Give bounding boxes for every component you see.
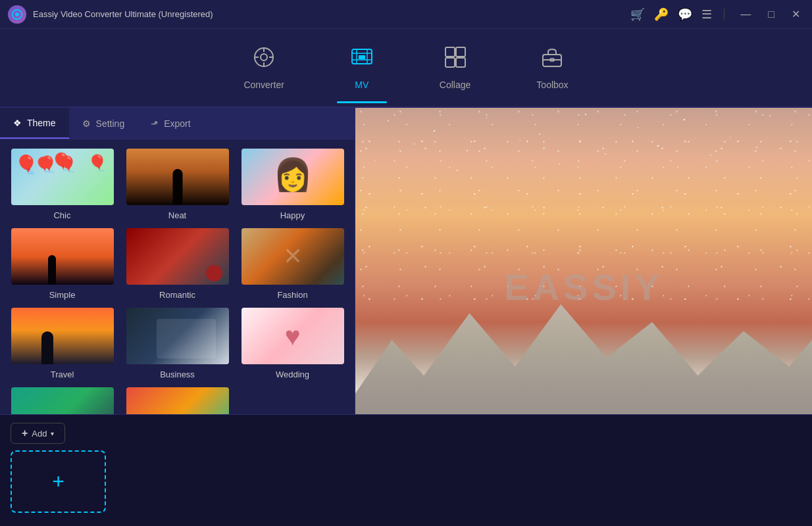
feedback-icon[interactable]: 💬: [678, 7, 692, 22]
nav-item-collage[interactable]: Collage: [426, 40, 484, 95]
bottom-area: + Add ▾ +: [0, 414, 812, 526]
svg-point-34: [457, 170, 458, 171]
close-button[interactable]: ✕: [788, 7, 804, 22]
titlebar: Eassiy Video Converter Ultimate (Unregis…: [0, 0, 812, 29]
tab-export[interactable]: ⬏ Export: [138, 108, 203, 139]
svg-point-26: [414, 143, 415, 145]
titlebar-separator: [724, 9, 724, 20]
theme-label-happy: Happy: [280, 210, 305, 220]
theme-label-travel: Travel: [51, 370, 74, 379]
svg-point-17: [388, 120, 389, 122]
svg-point-23: [684, 119, 685, 120]
theme-item-happy[interactable]: 👩 Happy: [238, 147, 347, 220]
svg-point-36: [677, 166, 678, 168]
theme-tab-icon: ❖: [13, 118, 22, 128]
svg-rect-10: [445, 47, 455, 57]
restore-button[interactable]: □: [764, 7, 778, 22]
svg-point-31: [710, 155, 711, 156]
theme-tab-label: Theme: [27, 118, 56, 128]
titlebar-title: Eassiy Video Converter Ultimate (Unregis…: [33, 9, 630, 19]
theme-item-simple[interactable]: Simple: [8, 227, 116, 300]
svg-point-33: [374, 160, 376, 161]
svg-point-25: [769, 115, 771, 116]
navbar: Converter MV Collage: [0, 29, 812, 108]
nav-item-converter[interactable]: Converter: [230, 40, 297, 95]
svg-point-1: [15, 12, 18, 16]
theme-item-wedding[interactable]: ♥ Wedding: [238, 306, 347, 379]
svg-point-24: [730, 137, 731, 138]
menu-icon[interactable]: ☰: [701, 7, 712, 22]
tab-theme[interactable]: ❖ Theme: [0, 108, 69, 139]
theme-label-wedding: Wedding: [276, 370, 309, 379]
titlebar-controls: 🛒 🔑 💬 ☰ — □ ✕: [630, 7, 804, 22]
add-label: Add: [32, 429, 47, 439]
video-preview: EASSIY: [355, 108, 812, 465]
placeholder-plus-icon: +: [52, 469, 64, 494]
theme-label-chic: Chic: [53, 210, 70, 220]
svg-rect-9: [359, 55, 365, 59]
media-strip: +: [11, 450, 801, 513]
svg-point-27: [467, 150, 468, 151]
svg-point-32: [756, 147, 757, 148]
svg-rect-11: [456, 47, 465, 57]
converter-label: Converter: [243, 80, 284, 90]
toolbox-label: Toolbox: [536, 80, 568, 90]
theme-thumb-chic: 🎈 🎈 🎈 🎈: [10, 147, 115, 206]
add-plus-icon: +: [22, 427, 28, 439]
theme-item-romantic[interactable]: Romantic: [123, 227, 232, 300]
svg-point-35: [559, 163, 560, 164]
svg-point-22: [638, 127, 639, 128]
add-bar: + Add ▾: [11, 423, 801, 444]
export-tab-icon: ⬏: [151, 118, 159, 129]
preview-background: EASSIY: [355, 108, 812, 465]
svg-point-19: [486, 117, 488, 118]
app-icon: [8, 5, 26, 24]
tab-setting[interactable]: ⚙ Setting: [69, 108, 138, 139]
theme-thumb-simple: [10, 227, 115, 286]
theme-thumb-fashion: ✕: [240, 227, 345, 286]
theme-label-business: Business: [160, 370, 195, 379]
export-tab-label: Export: [164, 118, 190, 129]
collage-icon: [444, 45, 467, 74]
theme-item-travel[interactable]: Travel: [8, 306, 116, 379]
watermark-text: EASSIY: [504, 265, 663, 308]
svg-rect-12: [445, 58, 455, 67]
theme-thumb-neat: [125, 147, 230, 206]
theme-label-romantic: Romantic: [159, 290, 195, 300]
collage-label: Collage: [440, 80, 470, 90]
setting-tab-label: Setting: [96, 118, 125, 129]
mv-label: MV: [355, 80, 368, 90]
svg-point-18: [434, 130, 435, 132]
minimize-button[interactable]: —: [736, 7, 755, 22]
theme-thumb-wedding: ♥: [240, 306, 345, 366]
cart-icon[interactable]: 🛒: [630, 7, 645, 22]
theme-item-business[interactable]: Business: [123, 306, 232, 379]
svg-point-3: [261, 54, 267, 60]
mv-icon: [350, 45, 374, 74]
svg-rect-13: [456, 58, 465, 67]
nav-item-toolbox[interactable]: Toolbox: [523, 40, 581, 95]
theme-thumb-travel: [10, 306, 115, 366]
theme-label-simple: Simple: [49, 290, 76, 300]
theme-thumb-business: [125, 306, 230, 366]
add-media-button[interactable]: +: [11, 450, 106, 513]
setting-tab-icon: ⚙: [82, 118, 91, 129]
svg-point-21: [585, 114, 586, 115]
add-button[interactable]: + Add ▾: [11, 423, 65, 444]
svg-point-29: [605, 153, 606, 155]
svg-point-20: [539, 133, 540, 135]
converter-icon: [252, 45, 276, 74]
theme-item-chic[interactable]: 🎈 🎈 🎈 🎈 Chic: [8, 147, 116, 220]
theme-thumb-happy: 👩: [240, 147, 345, 206]
theme-thumb-romantic: [125, 227, 230, 286]
theme-item-fashion[interactable]: ✕ Fashion: [238, 227, 347, 300]
theme-item-neat[interactable]: Neat: [123, 147, 232, 220]
theme-label-fashion: Fashion: [277, 290, 307, 300]
theme-label-neat: Neat: [168, 210, 186, 220]
tabs: ❖ Theme ⚙ Setting ⬏ Export: [0, 108, 355, 139]
toolbox-icon: [540, 45, 564, 74]
add-chevron: ▾: [51, 430, 54, 437]
nav-item-mv[interactable]: MV: [337, 40, 387, 95]
svg-point-28: [519, 140, 520, 141]
key-icon[interactable]: 🔑: [654, 7, 669, 22]
